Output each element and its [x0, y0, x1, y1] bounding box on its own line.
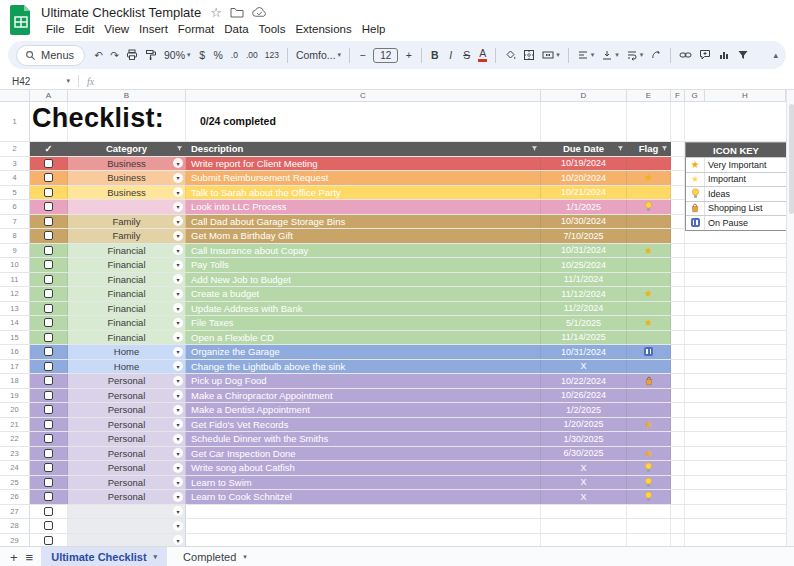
- category-cell[interactable]: Financial▾: [68, 287, 186, 301]
- checkbox[interactable]: [44, 318, 53, 327]
- strikethrough-button[interactable]: S: [459, 45, 474, 65]
- category-cell[interactable]: Financial▾: [68, 244, 186, 258]
- text-rotate-button[interactable]: [647, 45, 665, 65]
- empty-cell[interactable]: [671, 519, 685, 533]
- due-date-cell[interactable]: 10/30/2024: [541, 215, 627, 229]
- cell[interactable]: [627, 102, 671, 141]
- checkbox[interactable]: [44, 202, 53, 211]
- empty-cell[interactable]: [671, 432, 685, 446]
- add-sheet-button[interactable]: +: [10, 551, 18, 564]
- chevron-down-icon[interactable]: ▾: [173, 289, 183, 299]
- text-wrap-button[interactable]: ▾: [623, 45, 647, 65]
- chevron-down-icon[interactable]: ▾: [173, 492, 183, 502]
- icon-key-item[interactable]: ★Important: [686, 172, 786, 187]
- checkbox[interactable]: [44, 463, 53, 472]
- flag-cell[interactable]: ★: [627, 476, 671, 490]
- print-button[interactable]: [123, 45, 141, 65]
- due-date-cell[interactable]: X: [541, 476, 627, 490]
- chevron-down-icon[interactable]: ▾: [173, 434, 183, 444]
- tab-completed[interactable]: Completed▾: [175, 551, 255, 563]
- category-cell[interactable]: Financial▾: [68, 316, 186, 330]
- flag-cell[interactable]: ★: [627, 215, 671, 229]
- due-date-cell[interactable]: 10/31/2024: [541, 244, 627, 258]
- flag-cell[interactable]: ★: [627, 418, 671, 432]
- checkbox[interactable]: [44, 159, 53, 168]
- checkbox-cell[interactable]: [30, 432, 68, 446]
- decrease-decimal-button[interactable]: .0: [227, 45, 242, 65]
- description-cell[interactable]: Pay Tolls: [186, 258, 541, 272]
- flag-cell[interactable]: ★: [627, 229, 671, 243]
- due-date-cell[interactable]: X: [541, 360, 627, 374]
- vertical-scrollbar[interactable]: [786, 90, 794, 546]
- due-date-cell[interactable]: 10/20/2024: [541, 171, 627, 185]
- category-cell[interactable]: Personal▾: [68, 374, 186, 388]
- checkbox[interactable]: [44, 173, 53, 182]
- due-date-cell[interactable]: 10/22/2024: [541, 374, 627, 388]
- due-date-cell[interactable]: 10/19/2024: [541, 157, 627, 171]
- description-cell[interactable]: Change the Lightbulb above the sink: [186, 360, 541, 374]
- category-cell[interactable]: ▾: [68, 505, 186, 519]
- due-date-cell[interactable]: [541, 519, 627, 533]
- header-category[interactable]: Category: [68, 142, 186, 156]
- fill-color-button[interactable]: [501, 45, 519, 65]
- category-cell[interactable]: Family▾: [68, 215, 186, 229]
- row-number[interactable]: 23: [0, 447, 30, 461]
- due-date-cell[interactable]: 11/12/2024: [541, 287, 627, 301]
- chevron-down-icon[interactable]: ▾: [173, 332, 183, 342]
- row-number[interactable]: 25: [0, 476, 30, 490]
- category-cell[interactable]: Personal▾: [68, 447, 186, 461]
- chevron-down-icon[interactable]: ▾: [173, 347, 183, 357]
- menu-item-insert[interactable]: Insert: [134, 22, 173, 36]
- zoom-select[interactable]: 90%▾: [161, 45, 194, 65]
- empty-cell[interactable]: [671, 171, 685, 185]
- redo-button[interactable]: ↷: [107, 45, 122, 65]
- row-number[interactable]: 1: [0, 102, 30, 141]
- column-header-b[interactable]: B: [68, 90, 186, 101]
- description-cell[interactable]: Get Mom a Birthday Gift: [186, 229, 541, 243]
- due-date-cell[interactable]: 1/1/2025: [541, 200, 627, 214]
- checkbox[interactable]: [44, 449, 53, 458]
- flag-cell[interactable]: ★: [627, 316, 671, 330]
- checkbox[interactable]: [44, 507, 53, 516]
- chevron-down-icon[interactable]: ▾: [173, 506, 183, 516]
- category-cell[interactable]: Financial▾: [68, 302, 186, 316]
- row-number[interactable]: 12: [0, 287, 30, 301]
- checkbox[interactable]: [44, 275, 53, 284]
- row-number[interactable]: 24: [0, 461, 30, 475]
- filter-icon[interactable]: [176, 145, 183, 152]
- increase-font-button[interactable]: +: [401, 45, 416, 65]
- checkbox-cell[interactable]: [30, 389, 68, 403]
- due-date-cell[interactable]: [541, 534, 627, 547]
- sheets-logo-icon[interactable]: [10, 5, 32, 35]
- checkbox-cell[interactable]: [30, 157, 68, 171]
- chevron-down-icon[interactable]: ▾: [173, 202, 183, 212]
- due-date-cell[interactable]: 11/2/2024: [541, 302, 627, 316]
- tab-ultimate-checklist[interactable]: Ultimate Checklist▾: [41, 547, 167, 566]
- checkbox-cell[interactable]: [30, 505, 68, 519]
- chevron-down-icon[interactable]: ▾: [173, 390, 183, 400]
- due-date-cell[interactable]: 1/30/2025: [541, 432, 627, 446]
- empty-cell[interactable]: [671, 244, 685, 258]
- number-format-button[interactable]: 123: [262, 45, 282, 65]
- due-date-cell[interactable]: [541, 505, 627, 519]
- checkbox-cell[interactable]: [30, 403, 68, 417]
- column-header-f[interactable]: F: [671, 90, 685, 101]
- header-description[interactable]: Description: [186, 142, 541, 156]
- flag-cell[interactable]: ★: [627, 403, 671, 417]
- checkbox-cell[interactable]: [30, 215, 68, 229]
- row-number[interactable]: 21: [0, 418, 30, 432]
- category-cell[interactable]: Personal▾: [68, 403, 186, 417]
- column-header-g[interactable]: G: [685, 90, 705, 101]
- chevron-down-icon[interactable]: ▾: [173, 303, 183, 313]
- empty-cell[interactable]: [671, 345, 685, 359]
- column-header-c[interactable]: C: [186, 90, 541, 101]
- flag-cell[interactable]: ★: [627, 461, 671, 475]
- flag-cell[interactable]: ★: [627, 273, 671, 287]
- checkbox-cell[interactable]: [30, 244, 68, 258]
- description-cell[interactable]: Talk to Sarah about the Office Party: [186, 186, 541, 200]
- doc-title[interactable]: Ultimate Checklist Template: [41, 5, 201, 20]
- empty-cell[interactable]: [671, 476, 685, 490]
- filter-icon[interactable]: [531, 145, 538, 152]
- description-cell[interactable]: Learn to Swim: [186, 476, 541, 490]
- checkbox[interactable]: [44, 260, 53, 269]
